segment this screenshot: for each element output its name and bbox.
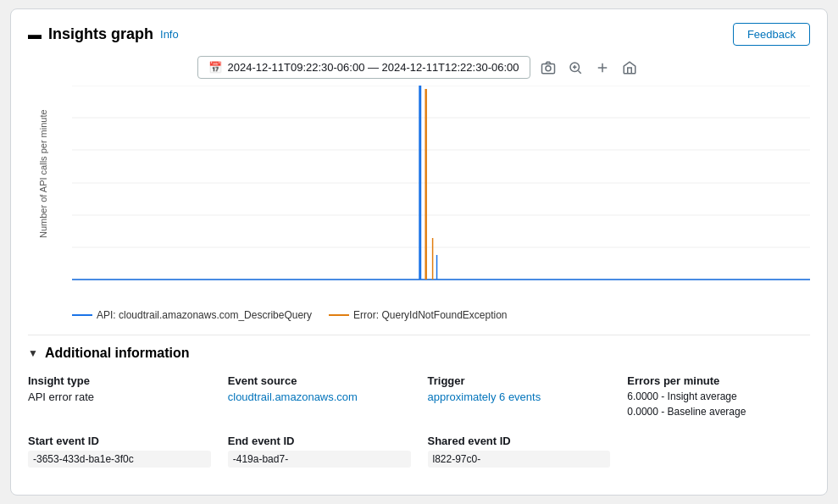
section-divider [28,335,810,335]
home-icon-button[interactable] [619,57,641,79]
info-cell-trigger: Trigger approximately 6 events [428,374,611,418]
trigger-label: Trigger [428,374,611,387]
chart-legend: API: cloudtrail.amazonaws.com_DescribeQu… [72,309,810,321]
info-cell-event-source: Event source cloudtrail.amazonaws.com [228,374,411,418]
event-source-label: Event source [228,374,411,387]
end-event-id-value: -419a-bad7- [228,451,411,468]
date-range-button[interactable]: 📅 2024-12-11T09:22:30-06:00 — 2024-12-11… [197,56,530,79]
errors-per-minute-baseline: 0.0000 - Baseline average [627,406,810,418]
id-cell-end: End event ID -419a-bad7- [228,435,411,468]
shared-event-id-label: Shared event ID [428,435,611,447]
svg-point-1 [546,65,551,70]
insight-type-value: API error rate [28,390,211,403]
card-header: ▬ Insights graph Info Feedback [28,23,810,46]
id-cell-start: Start event ID -3653-433d-ba1e-3f0c [28,435,211,468]
id-cell-shared: Shared event ID l822-97c0- [428,435,611,468]
errors-per-minute-insight: 6.0000 - Insight average [627,390,810,402]
legend-label-api: API: cloudtrail.amazonaws.com_DescribeQu… [97,309,312,321]
info-cell-errors-per-minute: Errors per minute 6.0000 - Insight avera… [627,374,810,418]
additional-info-header[interactable]: ▼ Additional information [28,346,810,361]
start-event-id-label: Start event ID [28,435,211,447]
collapse-icon[interactable]: ▬ [28,28,42,42]
insight-type-label: Insight type [28,374,211,387]
additional-info-title: Additional information [45,346,190,361]
start-event-id-value: -3653-433d-ba1e-3f0c [28,451,211,468]
add-icon-button[interactable] [591,57,613,79]
header-left: ▬ Insights graph Info [28,25,179,43]
legend-label-error: Error: QueryIdNotFoundException [353,309,507,321]
legend-item-api: API: cloudtrail.amazonaws.com_DescribeQu… [72,309,312,321]
chart-inner: 0 1 2 3 4 5 6 09:30 10:00 10:30 11:00 11… [72,86,810,280]
info-cell-insight-type: Insight type API error rate [28,374,211,418]
calendar-icon: 📅 [208,61,222,74]
event-source-value[interactable]: cloudtrail.amazonaws.com [228,390,411,403]
page-title: Insights graph [48,25,153,43]
toolbar-icons [537,57,641,79]
errors-per-minute-label: Errors per minute [627,374,810,387]
trigger-value[interactable]: approximately 6 events [428,390,611,403]
legend-line-api [72,314,92,316]
shared-event-id-value: l822-97c0- [428,451,611,468]
camera-icon-button[interactable] [537,57,559,79]
zoom-icon-button[interactable] [564,57,586,79]
feedback-button[interactable]: Feedback [733,23,810,46]
chart-svg: 0 1 2 3 4 5 6 09:30 10:00 10:30 11:00 11… [72,86,810,280]
insights-graph-card: ▬ Insights graph Info Feedback 📅 2024-12… [10,8,828,496]
info-grid: Insight type API error rate Event source… [28,374,810,418]
ids-grid: Start event ID -3653-433d-ba1e-3f0c End … [28,435,810,468]
id-cell-empty [627,435,810,468]
y-axis-label: Number of API calls per minute [38,136,48,238]
legend-item-error: Error: QueryIdNotFoundException [329,309,507,321]
chart-container: Number of API calls per minute 0 1 2 3 4… [28,86,810,306]
svg-line-3 [578,70,580,73]
collapse-triangle-icon: ▼ [28,347,38,359]
date-range-text: 2024-12-11T09:22:30-06:00 — 2024-12-11T1… [227,61,519,74]
legend-line-error [329,314,349,316]
end-event-id-label: End event ID [228,435,411,447]
info-link[interactable]: Info [160,28,179,41]
chart-toolbar: 📅 2024-12-11T09:22:30-06:00 — 2024-12-11… [28,56,810,79]
